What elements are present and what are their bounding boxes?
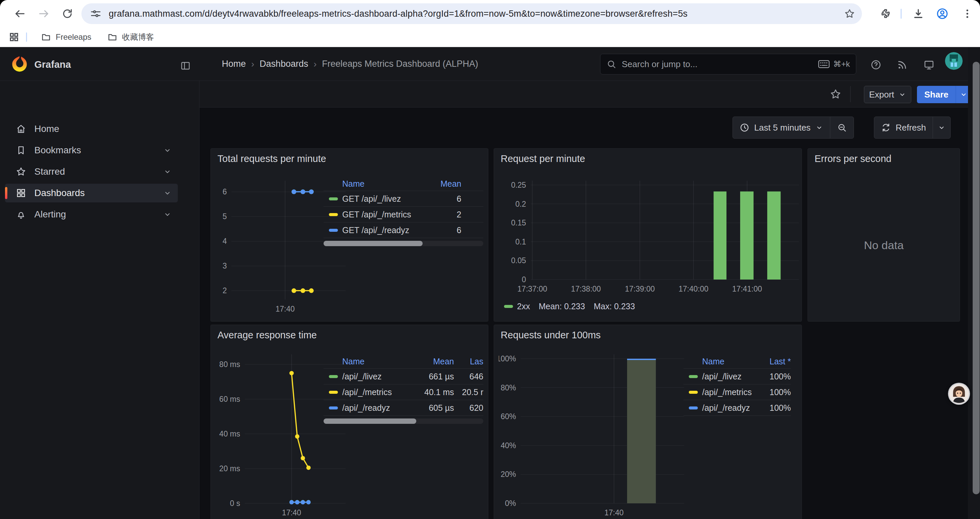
legend-row[interactable]: GET /api/_/livez6 — [323, 191, 483, 206]
apps-shortcut-button[interactable] — [7, 30, 21, 45]
breadcrumb-home[interactable]: Home — [222, 59, 246, 69]
panel-title[interactable]: Request per minute — [501, 153, 585, 164]
legend-column-header[interactable]: Name — [342, 357, 404, 366]
panel-left-icon — [180, 61, 191, 71]
panel-request-per-minute[interactable]: Request per minute 00.050.10.150.20.2517… — [494, 148, 802, 322]
legend-series-name[interactable]: GET /api/_/readyz — [342, 225, 421, 235]
panel-title[interactable]: Average response time — [218, 330, 317, 341]
legend-series-name[interactable]: /api/_/livez — [702, 372, 754, 382]
help-button[interactable] — [869, 57, 883, 72]
data-point — [290, 500, 294, 504]
divider — [850, 86, 851, 102]
chevron-down-icon[interactable] — [163, 210, 172, 219]
axis-tick-label: 17:37:00 — [517, 284, 547, 293]
assistant-avatar-image — [948, 383, 970, 405]
sidebar-item-starred[interactable]: Starred — [5, 162, 178, 181]
series-color-chip — [689, 391, 698, 394]
kiosk-mode-button[interactable] — [922, 57, 936, 72]
legend-series-2xx[interactable]: 2xx — [504, 302, 530, 311]
legend-row[interactable]: /api/_/readyz605 µs620 — [323, 400, 483, 415]
legend-row[interactable]: /api/_/readyz100% — [684, 400, 791, 415]
bookmark-folder-freeleaps[interactable]: Freeleaps — [36, 29, 97, 45]
reload-button[interactable] — [60, 6, 75, 21]
legend-series-name[interactable]: /api/_/readyz — [342, 403, 404, 413]
panel-requests-under-100ms[interactable]: Requests under 100ms 100%80%60%40%20%0%1… — [494, 325, 802, 519]
back-button[interactable] — [13, 6, 27, 21]
chevron-down-icon — [815, 124, 823, 132]
legend-row[interactable]: GET /api/_/metrics2 — [323, 206, 483, 222]
series-color-chip — [329, 375, 338, 378]
legend-series-name[interactable]: /api/_/livez — [342, 372, 404, 382]
scrollbar-thumb[interactable] — [973, 62, 980, 494]
legend-row[interactable]: /api/_/livez100% — [684, 368, 791, 384]
legend-series-name[interactable]: GET /api/_/metrics — [342, 210, 421, 219]
chevron-down-icon[interactable] — [163, 189, 172, 197]
legend-column-header[interactable]: Last * — [754, 357, 791, 366]
browser-menu-button[interactable] — [960, 6, 975, 21]
bar — [713, 192, 727, 279]
zoom-out-button[interactable] — [830, 117, 854, 138]
chevron-down-icon[interactable] — [163, 146, 172, 155]
series-color-chip — [689, 406, 698, 409]
legend-row[interactable]: GET /api/_/readyz6 — [323, 222, 483, 238]
legend-column-header[interactable]: Name — [702, 357, 754, 366]
panel-total-requests-per-minute[interactable]: Total requests per minute 6543217:40 Nam… — [210, 148, 488, 322]
news-button[interactable] — [895, 57, 910, 72]
panel-title[interactable]: Errors per second — [815, 153, 892, 164]
bookmark-label: 收藏博客 — [122, 32, 154, 42]
site-settings-icon[interactable] — [90, 8, 102, 19]
bar — [767, 192, 781, 279]
refresh-interval-button[interactable] — [933, 117, 950, 138]
legend-scrollbar-thumb[interactable] — [323, 241, 423, 246]
sidebar-item-bookmarks[interactable]: Bookmarks — [5, 141, 178, 160]
panel-title[interactable]: Requests under 100ms — [501, 330, 601, 341]
legend-series-name[interactable]: GET /api/_/livez — [342, 194, 421, 204]
grafana-logo[interactable] — [11, 55, 29, 73]
panel-title[interactable]: Total requests per minute — [218, 153, 326, 164]
legend-column-header[interactable]: Las — [454, 357, 483, 366]
legend-column-header[interactable]: Mean — [404, 357, 454, 366]
profile-button[interactable] — [935, 6, 950, 21]
refresh-button[interactable]: Refresh — [874, 117, 932, 138]
legend-chip-cell — [323, 406, 342, 409]
legend-value: 100% — [754, 403, 791, 413]
favorite-dashboard-button[interactable] — [828, 87, 843, 102]
legend-scrollbar[interactable] — [323, 241, 483, 246]
legend-series-name[interactable]: /api/_/readyz — [702, 403, 754, 413]
legend-row[interactable]: /api/_/livez661 µs646 — [323, 368, 483, 384]
floating-assistant-avatar[interactable] — [948, 383, 970, 405]
time-range-picker[interactable]: Last 5 minutes — [733, 117, 830, 138]
panel-errors-per-second[interactable]: Errors per second No data — [808, 148, 960, 322]
legend-series-name[interactable]: /api/_/metrics — [702, 387, 754, 397]
bookmark-page-star-icon[interactable] — [844, 8, 855, 19]
legend-row[interactable]: /api/_/metrics40.1 ms20.5 r — [323, 384, 483, 400]
axis-tick-label: 60% — [501, 412, 516, 421]
bookmark-folder-blogs[interactable]: 收藏博客 — [102, 29, 159, 45]
share-button[interactable]: Share — [917, 86, 956, 103]
chevron-down-icon — [898, 91, 906, 99]
export-button[interactable]: Export — [864, 86, 911, 103]
downloads-button[interactable] — [911, 6, 926, 21]
sidebar-item-dashboards[interactable]: Dashboards — [5, 184, 178, 203]
url-bar[interactable]: grafana.mathmast.com/d/deytv4rwavabkb/fr… — [81, 3, 862, 24]
sidebar-item-home[interactable]: Home — [5, 120, 178, 138]
forward-button[interactable] — [37, 6, 51, 21]
dock-menu-button[interactable] — [180, 61, 191, 71]
user-avatar[interactable] — [945, 52, 963, 70]
legend-scrollbar[interactable] — [323, 418, 483, 424]
panel-average-response-time[interactable]: Average response time 80 ms60 ms40 ms20 … — [210, 325, 488, 519]
extensions-button[interactable] — [878, 6, 893, 21]
url-text[interactable]: grafana.mathmast.com/d/deytv4rwavabkb/fr… — [109, 9, 687, 19]
chevron-down-icon[interactable] — [163, 167, 172, 176]
sidebar-item-alerting[interactable]: Alerting — [5, 205, 178, 224]
breadcrumb: Home › Dashboards › Freeleaps Metrics Da… — [222, 47, 478, 81]
legend-series-name[interactable]: /api/_/metrics — [342, 387, 404, 397]
search-input[interactable]: Search or jump to... ⌘+k — [600, 54, 856, 75]
legend-column-header[interactable]: Name — [342, 179, 421, 189]
legend-value: 100% — [754, 387, 791, 397]
legend-scrollbar-thumb[interactable] — [323, 418, 416, 424]
legend-row[interactable]: /api/_/metrics100% — [684, 384, 791, 400]
brand-label[interactable]: Grafana — [34, 59, 71, 70]
breadcrumb-dashboards[interactable]: Dashboards — [259, 59, 308, 69]
legend-column-header[interactable]: Mean — [421, 179, 461, 189]
